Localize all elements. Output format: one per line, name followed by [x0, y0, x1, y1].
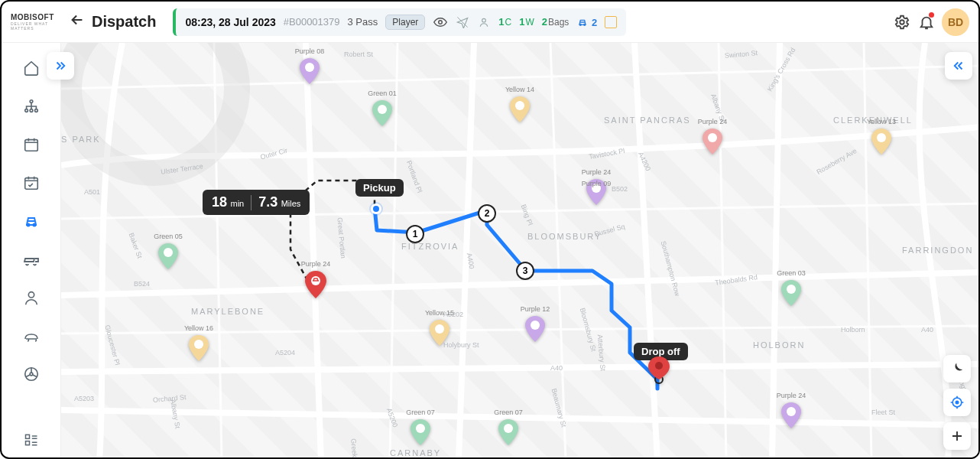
sidebar-expand-button[interactable]	[47, 52, 74, 80]
theme-toggle[interactable]	[943, 355, 971, 382]
booking-datetime: 08:23, 28 Jul 2023	[185, 16, 275, 28]
svg-point-15	[30, 373, 33, 376]
road-label: Robert St	[344, 50, 373, 58]
gear-icon	[894, 14, 910, 31]
passenger-count: 3 Pass	[348, 16, 378, 28]
sidebar-car-outline[interactable]	[14, 318, 49, 353]
road-label: Holborn	[841, 326, 865, 334]
vehicle-pin[interactable]: Purple 12	[525, 316, 545, 345]
notification-dot	[929, 12, 934, 18]
vehicle-pin[interactable]: Purple 24	[781, 402, 801, 431]
zoom-in-button[interactable]	[943, 422, 971, 450]
token-c: 1C	[498, 16, 511, 28]
district-label: FARRINGDON	[902, 246, 973, 255]
svg-point-31	[416, 424, 425, 433]
sidebar-org[interactable]	[14, 89, 49, 124]
svg-point-20	[378, 105, 387, 114]
waypoint-2[interactable]: 2	[478, 204, 496, 223]
svg-rect-17	[25, 441, 29, 445]
car-icon	[22, 212, 41, 230]
sidebar-dispatch[interactable]	[14, 203, 49, 239]
vehicle-pin[interactable]: Green 03	[781, 280, 801, 309]
svg-point-32	[504, 424, 513, 433]
eye-icon[interactable]	[433, 15, 448, 30]
svg-point-29	[787, 285, 796, 294]
svg-point-19	[305, 63, 314, 72]
vehicle-pin[interactable]: Yellow 16	[189, 335, 209, 364]
pickup-point	[371, 203, 381, 214]
arrow-left-icon	[69, 11, 86, 28]
vehicle-pin[interactable]: Purple 24	[703, 129, 722, 158]
back-button[interactable]	[69, 11, 86, 32]
sidebar-collapse[interactable]	[14, 422, 49, 457]
district-label: HOLBORN	[753, 340, 805, 350]
token-vehicles: 2	[576, 16, 597, 28]
district-label: S PARK	[61, 135, 101, 144]
sidebar-steering[interactable]	[14, 356, 49, 392]
right-panel-collapse[interactable]	[945, 52, 972, 80]
road-label: A501	[84, 188, 100, 196]
vehicle-pin[interactable]: Purple 08	[300, 58, 320, 87]
vehicle-pin[interactable]: Green 01	[372, 100, 392, 129]
chevron-double-right-icon	[54, 59, 67, 73]
plane-icon	[456, 15, 469, 29]
calendar-icon	[23, 136, 40, 153]
logo: MOBISOFTDELIVER WHAT MATTERS	[11, 13, 63, 31]
svg-point-26	[435, 324, 444, 334]
map[interactable]: SAINT PANCRAS CLERKENWELL BLOOMSBURY FIT…	[61, 43, 978, 457]
notifications-button[interactable]	[917, 13, 936, 31]
sticky-note-icon[interactable]	[605, 16, 617, 28]
svg-rect-9	[24, 140, 37, 151]
vehicle-pin[interactable]: Yellow 14	[510, 96, 530, 125]
sidebar-profile[interactable]	[14, 280, 49, 315]
fleet-icon	[22, 250, 41, 269]
vehicle-pin[interactable]: Yellow 15	[430, 320, 449, 349]
road-label: B524	[134, 280, 150, 288]
road-label: A40	[550, 364, 563, 372]
passenger-chip[interactable]: Player	[385, 15, 425, 30]
waypoint-1[interactable]: 1	[406, 225, 424, 243]
vehicle-pin[interactable]: Green 07	[498, 419, 518, 448]
vehicle-pin[interactable]: Green 05	[158, 243, 178, 272]
svg-point-30	[787, 407, 796, 416]
district-label: BLOOMSBURY	[527, 232, 602, 241]
eta-badge: 18 min 7.3 Miles	[203, 190, 310, 215]
svg-point-8	[34, 109, 37, 112]
svg-point-7	[30, 109, 33, 112]
svg-point-13	[28, 292, 34, 298]
svg-point-6	[24, 109, 28, 112]
org-icon	[23, 98, 40, 115]
sidebar-calendar-alt[interactable]	[14, 165, 49, 200]
steering-icon	[23, 366, 40, 382]
home-icon	[23, 60, 40, 76]
sidebar-fleet[interactable]	[14, 242, 49, 277]
road-label: A5203	[74, 395, 94, 402]
svg-point-24	[164, 248, 173, 257]
dropoff-pin[interactable]	[648, 356, 670, 387]
page-title: Dispatch	[92, 13, 156, 31]
road-label: A40	[921, 326, 933, 334]
svg-point-35	[655, 362, 663, 369]
road-label: Fleet St	[871, 409, 895, 416]
svg-rect-16	[25, 435, 29, 438]
sidebar-home[interactable]	[14, 50, 49, 86]
settings-button[interactable]	[893, 13, 911, 31]
svg-rect-10	[24, 178, 37, 190]
person-icon	[477, 15, 491, 29]
locate-button[interactable]	[943, 389, 971, 416]
svg-point-25	[194, 340, 203, 349]
driver-pin[interactable]: Purple 24	[305, 271, 326, 301]
vehicle-pin[interactable]: Green 07	[410, 419, 430, 448]
vehicle-pin[interactable]: Yellow 13	[871, 129, 891, 158]
district-label: MARYLEBONE	[191, 307, 264, 316]
user-avatar[interactable]: BD	[942, 8, 969, 36]
locate-icon	[949, 395, 965, 410]
token-bags: 2Bags	[542, 16, 570, 28]
sidebar-calendar[interactable]	[14, 127, 49, 162]
booking-info-strip: 08:23, 28 Jul 2023 #B00001379 3 Pass Pla…	[173, 8, 626, 36]
booking-id: #B00001379	[284, 16, 340, 28]
pickup-badge: Pickup	[355, 179, 404, 197]
svg-point-23	[708, 133, 717, 142]
waypoint-3[interactable]: 3	[516, 262, 534, 280]
car-outline-icon	[22, 327, 41, 345]
